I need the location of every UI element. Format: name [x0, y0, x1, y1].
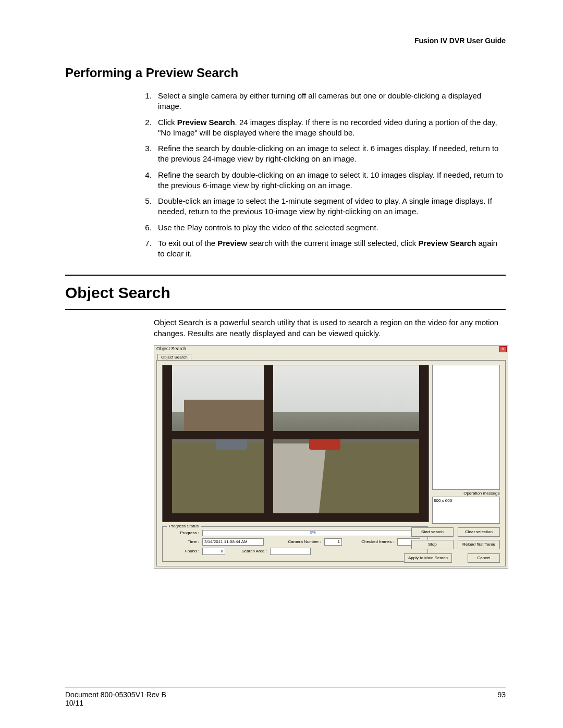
- stop-button[interactable]: Stop: [411, 540, 454, 549]
- operation-message-label: Operation message: [432, 491, 500, 496]
- step-3: Refine the search by double-clicking on …: [154, 143, 506, 165]
- divider: [65, 275, 506, 276]
- progress-status-legend: Progress Status: [167, 524, 201, 528]
- close-icon[interactable]: x: [499, 346, 507, 352]
- found-field: 0: [202, 548, 225, 555]
- action-buttons: Start search Clear selection Stop Reload…: [411, 527, 500, 552]
- step-6: Use the Play controls to play the video …: [154, 223, 506, 233]
- page-number: 93: [497, 690, 506, 707]
- progress-bar: 0%: [202, 530, 423, 536]
- search-area-field: [270, 548, 311, 555]
- step-4: Refine the search by double-clicking on …: [154, 170, 506, 191]
- time-field: 3/14/2011 11:58:44 AM: [202, 538, 264, 546]
- step-2: Click Preview Search. 24 images display.…: [154, 117, 506, 139]
- camera-number-field: 1: [324, 538, 342, 546]
- step-7: To exit out of the Preview search with t…: [154, 238, 506, 260]
- object-search-dialog: Object Search x Object Search Op: [154, 345, 508, 569]
- progress-status-group: Progress Status Progress : 0% Time : 3/1…: [162, 526, 428, 562]
- tab-object-search[interactable]: Object Search: [157, 354, 191, 360]
- dialog-panel: Operation message 800 x 600 Progress Sta…: [156, 360, 506, 566]
- start-search-button[interactable]: Start search: [411, 527, 454, 537]
- footer-doc-id: Document 800-05305V1 Rev B: [65, 690, 166, 699]
- reload-first-frame-button[interactable]: Reload first frame: [458, 540, 500, 549]
- results-sidebar: Operation message 800 x 600: [432, 365, 500, 524]
- dialog-titlebar[interactable]: Object Search x: [154, 346, 508, 353]
- section-heading-preview-search: Performing a Preview Search: [65, 66, 506, 80]
- dialog-title: Object Search: [156, 346, 186, 351]
- footer-date: 10/11: [65, 699, 166, 707]
- apply-to-main-search-button[interactable]: Apply to Main Search: [404, 553, 452, 563]
- section-heading-object-search: Object Search: [65, 284, 506, 302]
- running-header: Fusion IV DVR User Guide: [65, 36, 506, 45]
- page-footer: Document 800-05305V1 Rev B 10/11 93: [65, 687, 506, 707]
- preview-search-steps: Select a single camera by either turning…: [154, 91, 506, 259]
- operation-message-box: 800 x 600: [432, 497, 500, 524]
- bottom-buttons: Apply to Main Search Cancel: [404, 553, 500, 563]
- object-search-intro: Object Search is a powerful search utili…: [154, 317, 506, 339]
- step-1: Select a single camera by either turning…: [154, 91, 506, 112]
- results-listbox[interactable]: [432, 365, 500, 490]
- cancel-button[interactable]: Cancel: [468, 553, 500, 563]
- clear-selection-button[interactable]: Clear selection: [458, 527, 500, 537]
- divider: [65, 309, 506, 310]
- video-preview[interactable]: [162, 365, 429, 522]
- step-5: Double-click an image to select the 1-mi…: [154, 196, 506, 217]
